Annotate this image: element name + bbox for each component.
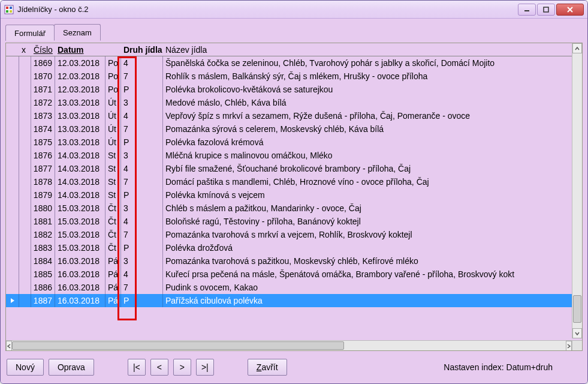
cell-datum: 14.03.2018 bbox=[55, 149, 105, 162]
scroll-right-button[interactable] bbox=[566, 341, 572, 351]
table-row[interactable]: 187213.03.2018Út3Medové máslo, Chléb, Ká… bbox=[6, 96, 582, 109]
cell-nazev: Mléčná krupice s malinovou omáčkou, Mlék… bbox=[163, 149, 582, 162]
cell-nazev: Pomazánka tvarohová s mrkví a vejcem, Ro… bbox=[163, 228, 582, 241]
cell-cislo: 1878 bbox=[31, 175, 55, 188]
row-marker bbox=[6, 241, 19, 254]
edit-button[interactable]: Oprava bbox=[49, 359, 94, 376]
cell-x bbox=[19, 175, 31, 188]
cell-datum: 15.03.2018 bbox=[55, 215, 105, 228]
cell-den: St bbox=[105, 162, 121, 175]
close-button[interactable]: Zavřít bbox=[248, 359, 287, 376]
bottom-toolbar: Nový Oprava |< < > >| Zavřít Nastaven in… bbox=[5, 353, 583, 379]
cell-cislo: 1885 bbox=[31, 268, 55, 281]
close-window-button[interactable] bbox=[556, 4, 584, 16]
table-row[interactable]: 187914.03.2018StPPolévka kmínová s vejce… bbox=[6, 188, 582, 202]
row-marker bbox=[6, 162, 19, 175]
col-header-druh[interactable]: Druh jídla bbox=[121, 43, 163, 56]
h-scroll-track[interactable] bbox=[12, 341, 566, 350]
cell-cislo: 1881 bbox=[31, 215, 55, 228]
col-header-nazev[interactable]: Název jídla bbox=[163, 43, 582, 56]
chevron-right-icon bbox=[566, 344, 571, 349]
window-title: Jídelníčky - okno č.2 bbox=[17, 5, 518, 14]
scroll-up-button[interactable] bbox=[572, 43, 582, 53]
table-row[interactable]: 186912.03.2018Po4Španělská čočka se zele… bbox=[6, 56, 582, 70]
vertical-scrollbar[interactable] bbox=[572, 43, 582, 338]
cell-x bbox=[19, 122, 31, 136]
cell-den: St bbox=[105, 175, 121, 188]
v-scroll-track[interactable] bbox=[572, 53, 582, 328]
scroll-left-button[interactable] bbox=[6, 341, 12, 351]
row-marker bbox=[6, 136, 19, 149]
v-scroll-thumb[interactable] bbox=[573, 295, 581, 323]
table-row[interactable]: 187413.03.2018Út7Pomazánka sýrová s cele… bbox=[6, 122, 582, 136]
table-row[interactable]: 188616.03.2018Pá7Pudink s ovocem, Kakao bbox=[6, 281, 582, 294]
cell-nazev: Domácí paštika s mandlemi, Chléb, Hrozno… bbox=[163, 175, 582, 188]
cell-x bbox=[19, 96, 31, 109]
row-marker bbox=[6, 56, 19, 70]
col-header-datum[interactable]: Datum bbox=[55, 43, 105, 56]
table-row[interactable]: 187513.03.2018ÚtPPolévka fazolová krémov… bbox=[6, 136, 582, 149]
cell-nazev: Chléb s máslem a pažitkou, Mandarinky - … bbox=[163, 202, 582, 215]
row-marker bbox=[6, 96, 19, 109]
table-row[interactable]: 188215.03.2018Čt7Pomazánka tvarohová s m… bbox=[6, 228, 582, 241]
table-row[interactable]: 188716.03.2018PáPPařížská cibulová polév… bbox=[6, 294, 582, 307]
row-marker bbox=[6, 122, 19, 136]
table-row[interactable]: 188115.03.2018Čt4Boloňské ragú, Těstovin… bbox=[6, 215, 582, 228]
cell-druh: P bbox=[121, 241, 163, 254]
nav-first-button[interactable]: |< bbox=[128, 359, 146, 376]
app-window: Jídelníčky - okno č.2 Formulář Seznam x … bbox=[0, 0, 588, 384]
new-button[interactable]: Nový bbox=[7, 359, 44, 376]
cell-druh: 3 bbox=[121, 202, 163, 215]
cell-x bbox=[19, 162, 31, 175]
col-header-x[interactable]: x bbox=[19, 43, 31, 56]
maximize-button[interactable] bbox=[537, 4, 555, 16]
table-row[interactable]: 187614.03.2018St3Mléčná krupice s malino… bbox=[6, 149, 582, 162]
cell-den: Pá bbox=[105, 281, 121, 294]
cell-nazev: Boloňské ragú, Těstoviny - příloha, Baná… bbox=[163, 215, 582, 228]
table-row[interactable]: 187814.03.2018St7Domácí paštika s mandle… bbox=[6, 175, 582, 188]
nav-next-button[interactable]: > bbox=[173, 359, 191, 376]
minimize-button[interactable] bbox=[518, 4, 536, 16]
cell-druh: 4 bbox=[121, 109, 163, 122]
cell-druh: P bbox=[121, 188, 163, 202]
table-row[interactable]: 188015.03.2018Čt3Chléb s máslem a pažitk… bbox=[6, 202, 582, 215]
cell-datum: 13.03.2018 bbox=[55, 109, 105, 122]
tab-formular[interactable]: Formulář bbox=[5, 25, 55, 41]
cell-x bbox=[19, 188, 31, 202]
cell-nazev: Polévka kmínová s vejcem bbox=[163, 188, 582, 202]
index-status: Nastaven index: Datum+druh bbox=[444, 362, 553, 372]
cell-datum: 12.03.2018 bbox=[55, 83, 105, 96]
cell-cislo: 1886 bbox=[31, 281, 55, 294]
grid-body[interactable]: 186912.03.2018Po4Španělská čočka se zele… bbox=[6, 56, 582, 340]
table-row[interactable]: 187012.03.2018Po7Rohlík s máslem, Balkán… bbox=[6, 70, 582, 83]
h-scroll-thumb[interactable] bbox=[12, 341, 344, 350]
cell-cislo: 1877 bbox=[31, 162, 55, 175]
cell-den: Pá bbox=[105, 294, 121, 307]
cell-x bbox=[19, 56, 31, 70]
table-row[interactable]: 188315.03.2018ČtPPolévka drožďová bbox=[6, 241, 582, 254]
table-row[interactable]: 188416.03.2018Pá3Pomazánka tvarohová s p… bbox=[6, 254, 582, 268]
current-row-icon bbox=[10, 298, 16, 304]
horizontal-scrollbar[interactable] bbox=[6, 340, 582, 350]
scroll-down-button[interactable] bbox=[572, 328, 582, 338]
table-row[interactable]: 187714.03.2018St4Rybí file smažené, Šťou… bbox=[6, 162, 582, 175]
col-header-cislo[interactable]: Číslo bbox=[31, 43, 55, 56]
cell-datum: 13.03.2018 bbox=[55, 96, 105, 109]
chevron-up-icon bbox=[575, 46, 580, 51]
row-marker bbox=[6, 188, 19, 202]
table-row[interactable]: 187112.03.2018PoPPolévka brokolicovo-kvě… bbox=[6, 83, 582, 96]
cell-druh: 7 bbox=[121, 228, 163, 241]
nav-prev-button[interactable]: < bbox=[150, 359, 168, 376]
nav-last-button[interactable]: >| bbox=[196, 359, 214, 376]
grid-header: x Číslo Datum Druh jídla Název jídla bbox=[6, 43, 582, 56]
cell-datum: 15.03.2018 bbox=[55, 241, 105, 254]
table-row[interactable]: 187313.03.2018Út4Vepřový špíz s mrkví a … bbox=[6, 109, 582, 122]
maximize-icon bbox=[543, 7, 549, 13]
cell-datum: 15.03.2018 bbox=[55, 228, 105, 241]
cell-x bbox=[19, 254, 31, 268]
table-row[interactable]: 188516.03.2018Pá4Kuřecí prsa pečená na m… bbox=[6, 268, 582, 281]
tab-seznam[interactable]: Seznam bbox=[54, 24, 101, 41]
cell-nazev: Vepřový špíz s mrkví a sezamem, Rýže duš… bbox=[163, 109, 582, 122]
cell-nazev: Pudink s ovocem, Kakao bbox=[163, 281, 582, 294]
cell-den: Út bbox=[105, 96, 121, 109]
